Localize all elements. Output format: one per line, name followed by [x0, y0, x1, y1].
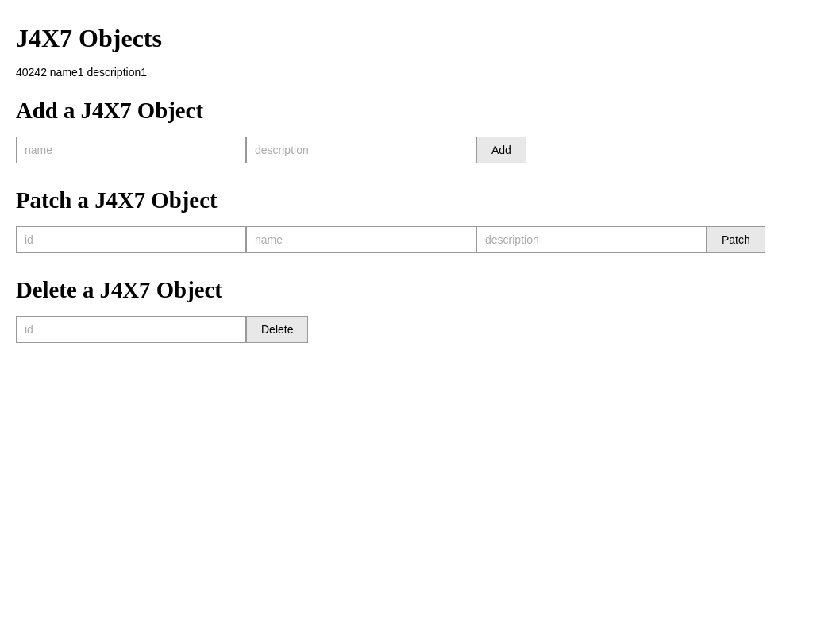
delete-section: Delete a J4X7 Object Delete	[16, 277, 824, 343]
add-name-input[interactable]	[16, 137, 246, 163]
patch-form-row: Patch	[16, 226, 824, 253]
patch-id-input[interactable]	[16, 226, 246, 253]
patch-description-input[interactable]	[476, 226, 707, 253]
delete-id-input[interactable]	[16, 316, 246, 343]
patch-section: Patch a J4X7 Object Patch	[16, 187, 824, 253]
patch-name-input[interactable]	[246, 226, 476, 253]
add-button[interactable]: Add	[476, 137, 526, 163]
delete-section-title: Delete a J4X7 Object	[16, 277, 824, 303]
object-list-item: 40242 name1 description1	[16, 66, 824, 79]
patch-section-title: Patch a J4X7 Object	[16, 187, 824, 213]
page-title: J4X7 Objects	[16, 24, 824, 53]
add-description-input[interactable]	[246, 137, 476, 163]
add-section: Add a J4X7 Object Add	[16, 98, 824, 163]
patch-button[interactable]: Patch	[707, 226, 765, 253]
add-section-title: Add a J4X7 Object	[16, 98, 824, 124]
delete-button[interactable]: Delete	[246, 316, 308, 343]
add-form-row: Add	[16, 137, 824, 163]
delete-form-row: Delete	[16, 316, 824, 343]
